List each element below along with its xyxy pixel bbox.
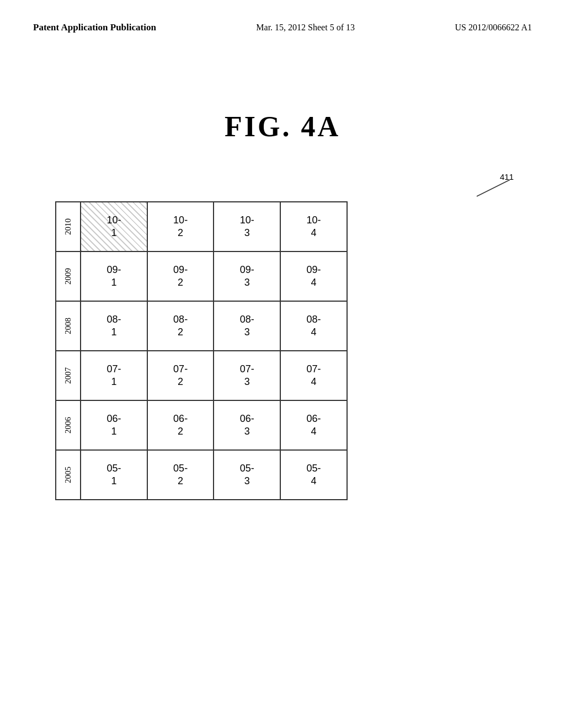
grid-cell-2009-2: 09-2	[147, 251, 214, 301]
grid-cell-2010-2: 10-2	[147, 202, 214, 251]
header-patent-number: US 2012/0066622 A1	[455, 23, 532, 33]
year-label-2005: 2005	[56, 450, 81, 500]
grid-cell-2007-3: 07-3	[214, 351, 280, 400]
header-publication-label: Patent Application Publication	[33, 22, 156, 33]
grid-cell-2008-4: 08-4	[280, 301, 347, 351]
grid-cell-2005-2: 05-2	[147, 450, 214, 500]
grid-cell-2005-1: 05-1	[81, 450, 147, 500]
grid-cell-2006-4: 06-4	[280, 400, 347, 450]
header: Patent Application Publication Mar. 15, …	[0, 0, 565, 33]
grid-cell-2008-1: 08-1	[81, 301, 147, 351]
grid-cell-2010-3: 10-3	[214, 202, 280, 251]
grid-cell-2010-1: 10-1	[81, 202, 147, 251]
grid-cell-2005-4: 05-4	[280, 450, 347, 500]
year-label-2010: 2010	[56, 202, 81, 251]
grid-cell-2007-1: 07-1	[81, 351, 147, 400]
svg-line-0	[477, 180, 510, 196]
grid-cell-2009-1: 09-1	[81, 251, 147, 301]
reference-arrow-svg: 411	[460, 174, 515, 202]
grid-cell-2010-4: 10-4	[280, 202, 347, 251]
figure-title: FIG. 4A	[0, 110, 565, 143]
grid-cell-2009-4: 09-4	[280, 251, 347, 301]
grid-cell-2006-2: 06-2	[147, 400, 214, 450]
grid-cell-2006-3: 06-3	[214, 400, 280, 450]
data-grid: 201010-110-210-310-4200909-109-209-309-4…	[55, 201, 348, 500]
grid-cell-2007-4: 07-4	[280, 351, 347, 400]
year-label-2009: 2009	[56, 251, 81, 301]
header-date-sheet: Mar. 15, 2012 Sheet 5 of 13	[256, 23, 355, 33]
year-label-2006: 2006	[56, 400, 81, 450]
grid-cell-2009-3: 09-3	[214, 251, 280, 301]
grid-wrapper: 201010-110-210-310-4200909-109-209-309-4…	[55, 201, 348, 500]
grid-cell-2007-2: 07-2	[147, 351, 214, 400]
year-label-2008: 2008	[56, 301, 81, 351]
reference-label: 411	[500, 174, 514, 181]
year-label-2007: 2007	[56, 351, 81, 400]
grid-cell-2005-3: 05-3	[214, 450, 280, 500]
grid-cell-2006-1: 06-1	[81, 400, 147, 450]
grid-cell-2008-2: 08-2	[147, 301, 214, 351]
grid-cell-2008-3: 08-3	[214, 301, 280, 351]
